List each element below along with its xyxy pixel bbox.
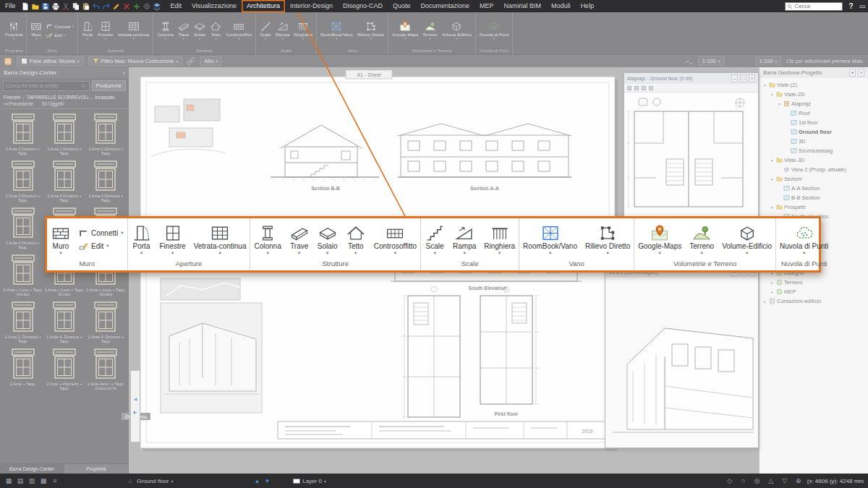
tree-item-ground-floor[interactable]: Ground floor (760, 127, 868, 137)
previous-button[interactable]: <<Precedente (4, 101, 33, 106)
plan-drawing[interactable] (624, 93, 758, 218)
connetti-button[interactable]: Connetti▾ (79, 228, 124, 238)
phase-filter-select[interactable]: Filtro fase: Nuova Costruzione ▾ (88, 56, 183, 66)
edit-button[interactable]: Edit▾ (79, 241, 124, 251)
sheet-tab[interactable]: A1 - Sheet (357, 72, 380, 77)
close-button[interactable]: × (858, 69, 864, 77)
triangle-up-icon[interactable]: △ (767, 477, 775, 484)
search-input[interactable] (794, 3, 841, 9)
copy-icon[interactable] (72, 2, 80, 11)
menu-item-visualizzazione[interactable]: Visualizzazione (187, 0, 242, 12)
window-thumbnail[interactable]: 1 Anta 3 Divisioni + Tapp. (2, 160, 43, 203)
nav-right-icon[interactable]: ► (132, 410, 138, 416)
pencil-icon[interactable] (112, 2, 121, 11)
tree-item-viste-2d[interactable]: ▾Viste-2D (760, 90, 868, 99)
floor-down-button[interactable]: ▼ (264, 478, 270, 484)
tree-item-view-2-prosp-attuale[interactable]: View 2 (Prosp. attuale) (760, 165, 868, 174)
tree-item-b-b-section[interactable]: B-B Section (760, 193, 868, 202)
scale-button[interactable]: Scale▾ (260, 21, 271, 40)
ringhiera-button[interactable]: Ringhiera▾ (294, 21, 312, 40)
twisty-icon[interactable]: ▸ (770, 281, 775, 285)
print-icon[interactable] (51, 2, 60, 11)
window-thumbnail[interactable]: 2 Ante + Pannello + Tapp. (43, 348, 85, 391)
tree-item-1st-floor[interactable]: 1st floor (760, 118, 868, 127)
tool-icon[interactable] (634, 86, 639, 90)
tree-item-mep[interactable]: ▸MEP (760, 287, 868, 296)
window-thumbnail[interactable]: 1 Anta 9 Divisioni + Tapp. (2, 207, 43, 250)
muro-button[interactable]: Muro▾ (51, 224, 71, 255)
scale-button[interactable]: Scale▾ (425, 224, 445, 255)
window-thumbnail[interactable]: 2 Ante + Tapp. (2, 348, 43, 391)
save-icon[interactable] (41, 2, 50, 11)
tree-item-3d[interactable]: 3D (760, 137, 868, 146)
plan-panel-titlebar[interactable]: Alaprajz - Ground floor (0 mt) – □ × (624, 73, 758, 84)
window-thumbnail[interactable]: 1 Anta 2 Divisioni + Tapp. (2, 113, 43, 156)
close-button[interactable]: × (749, 74, 755, 82)
folder-icon[interactable] (31, 2, 40, 11)
tree-item-a-a-section[interactable]: A-A Section (760, 184, 868, 193)
ringhiera-button[interactable]: Ringhiera▾ (484, 224, 515, 255)
rampa-button[interactable]: Rampa▾ (276, 21, 289, 40)
undo-icon[interactable] (92, 2, 101, 11)
trave-button[interactable]: Trave▾ (178, 21, 190, 40)
active-phase-select[interactable]: Fase attiva: Nuova ▾ (17, 56, 84, 66)
vetrata-continua-button[interactable]: Vetrata-continua▾ (118, 21, 150, 40)
breadcrumb-item[interactable]: TAPPARELLE SCORREVOLI (27, 95, 88, 100)
rilievo-diretto-button[interactable]: Rilievo Diretto▾ (585, 224, 630, 255)
entity-search-input[interactable] (6, 83, 80, 88)
layers-icon[interactable] (153, 2, 161, 11)
tetto-button[interactable]: Tetto▾ (210, 21, 221, 40)
tool-icon[interactable] (649, 86, 653, 90)
vetrata-continua-button[interactable]: Vetrata-continua▾ (194, 224, 247, 255)
scale-select-right[interactable]: 1:100 ▾ (755, 56, 782, 66)
link-icon[interactable] (187, 57, 195, 66)
tetto-button[interactable]: Tetto▾ (346, 224, 366, 255)
solaio-button[interactable]: Solaio▾ (318, 224, 338, 255)
menu-item-moduli[interactable]: Moduli (546, 0, 576, 12)
produzione-button[interactable]: Produzione (92, 80, 126, 91)
tree-item-terreno[interactable]: ▸Terreno (760, 278, 868, 287)
twisty-icon[interactable]: ▸ (762, 299, 767, 304)
view3d-panel[interactable]: View 2 (3D-Immagine) – □ × (605, 266, 759, 448)
redo-icon[interactable] (102, 2, 111, 11)
twisty-icon[interactable]: ▸ (770, 290, 775, 294)
window-thumbnail[interactable]: 2 Ante Asim. + Tapp. (Cass.Int.To (85, 348, 127, 391)
tab-proprieta[interactable]: Proprietà (64, 464, 129, 474)
finestre-button[interactable]: Finestre▾ (160, 224, 186, 255)
menu-item-disegno-cad[interactable]: Disegno-CAD (338, 0, 388, 12)
twisty-icon[interactable]: ▾ (777, 102, 782, 106)
twisty-icon[interactable]: ▾ (770, 93, 775, 97)
google-maps-button[interactable]: Google-Maps▾ (638, 224, 681, 255)
plan-view-panel[interactable]: Alaprajz - Ground floor (0 mt) – □ × (624, 72, 759, 219)
diamond-icon[interactable]: ◇ (726, 477, 734, 484)
panel-caret-icon[interactable]: ▾ (849, 69, 856, 77)
page-icon[interactable] (21, 2, 30, 11)
tree-item-sezioni[interactable]: ▾Sezioni (760, 174, 868, 184)
menu-item-quote[interactable]: Quote (388, 0, 416, 12)
roombook-vano-button[interactable]: RoomBook/Vano▾ (320, 21, 353, 40)
window-thumbnail[interactable]: 1 Anta 6 Divisioni + Tapp. (85, 160, 127, 203)
delete-icon[interactable] (122, 2, 131, 11)
breadcrumb-item[interactable]: Finestre (4, 95, 20, 100)
menu-item-edit[interactable]: Edit (166, 0, 187, 12)
twisty-icon[interactable]: ▾ (762, 83, 767, 87)
minimize-button[interactable]: – (731, 74, 738, 82)
columns-icon[interactable]: ▥ (27, 477, 36, 484)
add-icon[interactable] (132, 2, 141, 11)
google-maps-button[interactable]: Google-Maps▾ (392, 21, 418, 40)
volume-edificio-button[interactable]: Volume-Edificio▾ (722, 224, 772, 255)
twisty-icon[interactable]: ▾ (770, 158, 775, 163)
controsoffitto-button[interactable]: Controsoffitto▾ (226, 21, 252, 40)
edit-button[interactable]: Edit▾ (46, 32, 74, 38)
barra-grid-icon[interactable] (4, 57, 12, 66)
colonna-button[interactable]: Colonna▾ (254, 224, 281, 255)
twisty-icon[interactable]: ▾ (770, 177, 775, 181)
current-floor-select[interactable]: ⌂ Ground floor ▾ (126, 477, 173, 484)
menu-item-documentazione[interactable]: Documentazione (416, 0, 475, 12)
porta-button[interactable]: Porta▾ (82, 21, 93, 40)
solaio-button[interactable]: Solaio▾ (194, 21, 206, 40)
tool-icon[interactable] (642, 86, 646, 90)
breadcrumb-item[interactable]: Incassato (95, 95, 115, 100)
rampa-button[interactable]: Rampa▾ (453, 224, 476, 255)
nuvola-di-punti-button[interactable]: Nuvola di Punti▾ (780, 224, 828, 255)
